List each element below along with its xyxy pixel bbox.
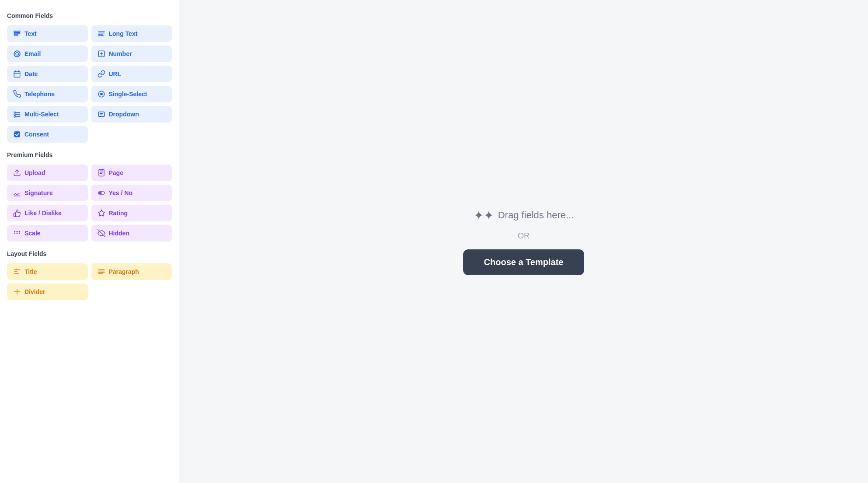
svg-rect-0: [14, 31, 20, 32]
field-scale-label: Scale: [24, 230, 41, 237]
svg-rect-8: [14, 112, 15, 113]
email-icon: [13, 50, 21, 58]
field-signature[interactable]: Signature: [7, 185, 88, 201]
field-number[interactable]: Number: [91, 46, 172, 62]
yes-no-icon: [98, 189, 105, 197]
section-layout: Layout Fields Title Paragraph Divider: [7, 250, 172, 300]
drop-zone: ✦✦ Drag fields here... OR Choose a Templ…: [463, 208, 585, 275]
svg-point-7: [100, 93, 103, 95]
field-telephone[interactable]: Telephone: [7, 86, 88, 102]
choose-template-button[interactable]: Choose a Template: [463, 249, 585, 275]
telephone-icon: [13, 90, 21, 98]
common-fields-grid: Text Long Text Email Number: [7, 25, 172, 143]
or-divider: OR: [518, 231, 530, 241]
field-upload[interactable]: Upload: [7, 164, 88, 181]
sparkle-icon: ✦✦: [474, 208, 494, 223]
field-text[interactable]: Text: [7, 25, 88, 42]
layout-fields-grid: Title Paragraph Divider: [7, 263, 172, 300]
field-page-label: Page: [109, 169, 123, 176]
svg-point-19: [17, 233, 18, 234]
svg-rect-12: [14, 131, 20, 137]
svg-point-20: [19, 233, 20, 234]
field-yes-no-label: Yes / No: [109, 189, 132, 196]
field-paragraph[interactable]: Paragraph: [91, 263, 172, 280]
title-icon: [13, 268, 21, 276]
svg-point-16: [101, 192, 104, 194]
section-title-common: Common Fields: [7, 12, 172, 19]
main-canvas: ✦✦ Drag fields here... OR Choose a Templ…: [179, 0, 868, 483]
field-multi-select-label: Multi-Select: [24, 111, 59, 118]
url-icon: [98, 70, 105, 78]
divider-icon: [13, 288, 21, 296]
scale-icon: [13, 229, 21, 237]
svg-rect-11: [98, 112, 105, 117]
field-long-text[interactable]: Long Text: [91, 25, 172, 42]
field-telephone-label: Telephone: [24, 91, 55, 98]
field-long-text-label: Long Text: [109, 30, 138, 37]
field-url-label: URL: [109, 70, 122, 77]
dropdown-icon: [98, 110, 105, 118]
field-paragraph-label: Paragraph: [109, 268, 139, 275]
number-icon: [98, 50, 105, 58]
section-common: Common Fields Text Long Text Email: [7, 12, 172, 143]
field-like-dislike-label: Like / Dislike: [24, 210, 62, 217]
field-text-label: Text: [24, 30, 37, 37]
field-email-label: Email: [24, 50, 41, 57]
field-hidden[interactable]: Hidden: [91, 225, 172, 242]
multi-select-icon: [13, 110, 21, 118]
svg-point-18: [14, 233, 15, 234]
single-select-icon: [98, 90, 105, 98]
field-dropdown[interactable]: Dropdown: [91, 106, 172, 122]
field-single-select-label: Single-Select: [109, 91, 147, 98]
field-signature-label: Signature: [24, 189, 53, 196]
section-title-premium: Premium Fields: [7, 151, 172, 158]
field-dropdown-label: Dropdown: [109, 111, 139, 118]
field-consent[interactable]: Consent: [7, 126, 88, 143]
field-url[interactable]: URL: [91, 66, 172, 82]
date-icon: [13, 70, 21, 78]
upload-icon: [13, 169, 21, 177]
premium-fields-grid: Upload Page Signature Yes / No: [7, 164, 172, 242]
consent-icon: [13, 130, 21, 138]
svg-marker-17: [98, 210, 105, 216]
rating-icon: [98, 209, 105, 217]
signature-icon: [13, 189, 21, 197]
svg-rect-1: [14, 33, 20, 34]
svg-rect-2: [14, 35, 18, 35]
field-date-label: Date: [24, 70, 38, 77]
section-title-layout: Layout Fields: [7, 250, 172, 257]
svg-point-22: [17, 231, 18, 232]
field-rating-label: Rating: [109, 210, 128, 217]
section-premium: Premium Fields Upload Page Signature: [7, 151, 172, 242]
page-icon: [98, 169, 105, 177]
like-dislike-icon: [13, 209, 21, 217]
field-divider-label: Divider: [24, 288, 45, 295]
field-title[interactable]: Title: [7, 263, 88, 280]
long-text-icon: [98, 30, 105, 38]
field-hidden-label: Hidden: [109, 230, 129, 237]
field-divider[interactable]: Divider: [7, 284, 88, 300]
svg-rect-9: [14, 114, 15, 115]
drag-text-container: ✦✦ Drag fields here...: [474, 208, 574, 223]
field-like-dislike[interactable]: Like / Dislike: [7, 205, 88, 221]
paragraph-icon: [98, 268, 105, 276]
field-yes-no[interactable]: Yes / No: [91, 185, 172, 201]
field-rating[interactable]: Rating: [91, 205, 172, 221]
svg-rect-5: [14, 71, 20, 77]
sidebar: Common Fields Text Long Text Email: [0, 0, 179, 483]
field-multi-select[interactable]: Multi-Select: [7, 106, 88, 122]
svg-point-23: [19, 231, 20, 232]
field-single-select[interactable]: Single-Select: [91, 86, 172, 102]
field-email[interactable]: Email: [7, 46, 88, 62]
field-upload-label: Upload: [24, 169, 45, 176]
field-consent-label: Consent: [24, 131, 49, 138]
svg-point-21: [14, 231, 15, 232]
hidden-icon: [98, 229, 105, 237]
field-date[interactable]: Date: [7, 66, 88, 82]
drag-text: Drag fields here...: [498, 210, 574, 221]
field-number-label: Number: [109, 50, 132, 57]
text-icon: [13, 30, 21, 38]
field-page[interactable]: Page: [91, 164, 172, 181]
field-scale[interactable]: Scale: [7, 225, 88, 242]
svg-rect-10: [14, 116, 15, 117]
